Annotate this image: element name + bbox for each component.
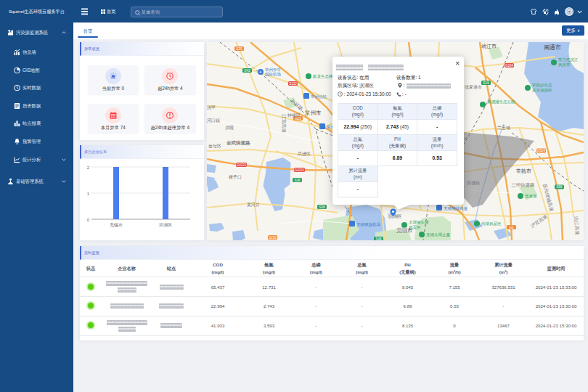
svg-text:河口镇: 河口镇 [207,118,220,123]
svg-text:钟楼区: 钟楼区 [287,113,301,118]
svg-text:✈: ✈ [258,70,261,74]
svg-text:滨湖区: 滨湖区 [159,221,172,226]
svg-text:常阴沙生态: 常阴沙生态 [532,83,552,88]
svg-text:国际机场: 国际机场 [265,72,281,77]
svg-text:洪陵: 洪陵 [225,125,234,130]
svg-text:南通市: 南通市 [544,44,561,51]
svg-text:新龙生态林: 新龙生态林 [313,74,333,78]
svg-text:G2: G2 [509,225,514,229]
svg-text:楝子口: 楝子口 [229,174,242,180]
svg-text:兰王埔: 兰王埔 [497,125,510,130]
svg-text:无锡太湖之星: 无锡太湖之星 [426,232,451,237]
svg-text:西塘镇: 西塘镇 [467,180,480,186]
svg-text:无锡绕城高速: 无锡绕城高速 [444,206,468,211]
svg-text:金坛区: 金坛区 [208,143,221,148]
svg-text:G204: G204 [505,63,513,67]
svg-text:G524: G524 [536,149,545,152]
svg-text:S230: S230 [269,235,277,239]
svg-text:S58: S58 [556,185,563,189]
svg-text:2: 2 [87,165,90,169]
svg-text:尚湖风景区: 尚湖风景区 [481,221,502,226]
svg-text:S48: S48 [375,237,382,240]
svg-text:无锡市: 无锡市 [110,221,123,227]
svg-text:S122: S122 [289,81,297,85]
svg-text:靖江市: 靖江市 [481,43,497,49]
svg-text:金武快速路: 金武快速路 [226,140,250,146]
svg-text:江宜高速: 江宜高速 [281,114,287,133]
svg-text:G4221: G4221 [236,163,246,166]
svg-text:0: 0 [87,217,90,221]
svg-text:农业旅游区: 农业旅游区 [532,88,552,93]
svg-text:太湖鼋头渚: 太湖鼋头渚 [409,220,429,225]
svg-text:G4221: G4221 [294,168,304,171]
svg-text:S38: S38 [319,205,325,208]
svg-text:常州北站: 常州北站 [311,94,327,99]
svg-text:张家港市: 张家港市 [465,84,482,90]
svg-text:三环快速路: 三环快速路 [511,182,535,188]
svg-text:S39: S39 [236,46,242,50]
svg-text:风光带: 风光带 [558,62,571,68]
svg-text:S19: S19 [483,81,489,84]
svg-text:S38: S38 [294,178,301,181]
svg-text:东方红滨江: 东方红滨江 [558,57,579,62]
svg-text:无锡硕放机场: 无锡硕放机场 [356,222,380,227]
svg-text:黄河片: 黄河片 [247,203,260,208]
svg-text:1: 1 [87,191,90,195]
svg-text:常州市: 常州市 [305,110,322,116]
svg-text:昆承湖: 昆承湖 [525,194,537,199]
svg-text:洮甲: 洮甲 [207,105,216,110]
svg-text:常熟市: 常熟市 [516,168,531,174]
svg-text:黄泗浦生态公园: 黄泗浦生态公园 [487,99,515,105]
svg-text:武进区: 武进区 [298,151,311,157]
svg-text:G42: G42 [244,68,250,72]
